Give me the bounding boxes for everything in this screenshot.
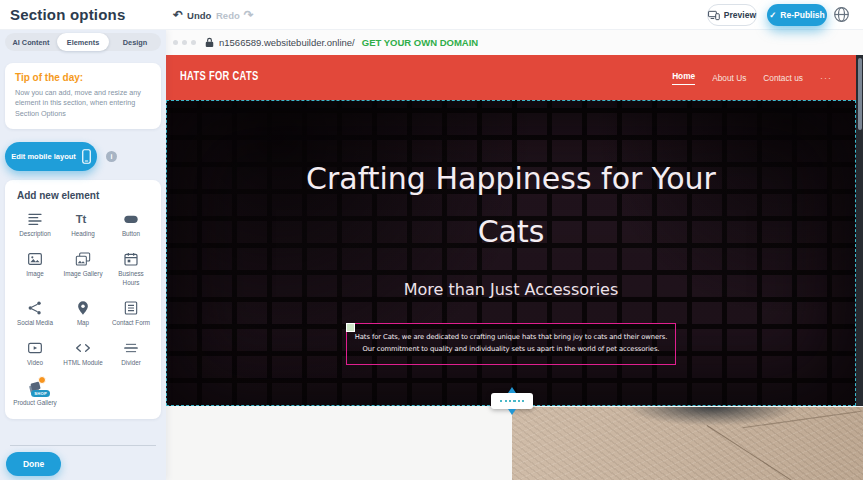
element-contact-form[interactable]: Contact Form <box>107 300 155 327</box>
add-element-title: Add new element <box>17 190 155 201</box>
sidebar-divider <box>10 445 156 446</box>
tip-title: Tip of the day: <box>15 72 151 83</box>
site-url: n1566589.websitebuilder.online/ <box>219 37 355 48</box>
element-map[interactable]: Map <box>59 300 107 327</box>
new-feature-badge <box>38 376 46 384</box>
nav-item-about-us[interactable]: About Us <box>712 73 746 83</box>
redo-button[interactable]: Redo ↷ <box>216 0 254 30</box>
nav-item-contact-us[interactable]: Contact us <box>763 73 803 83</box>
get-domain-link[interactable]: GET YOUR OWN DOMAIN <box>362 37 478 48</box>
element-html-module[interactable]: HTML Module <box>59 340 107 367</box>
button-icon <box>123 211 139 227</box>
undo-button[interactable]: ↶ Undo <box>173 0 211 30</box>
nav-item-home[interactable]: Home <box>672 71 695 85</box>
tip-of-the-day-card: Tip of the day: Now you can add, move an… <box>5 63 161 129</box>
edit-mobile-layout-button[interactable]: Edit mobile layout <box>5 142 97 171</box>
element-product-gallery[interactable]: SHOP Product Gallery <box>11 380 59 407</box>
browser-address-bar: n1566589.websitebuilder.online/ GET YOUR… <box>166 30 863 55</box>
republish-button[interactable]: ✓ Re-Publish <box>767 4 827 26</box>
page-title: Section options <box>10 0 126 30</box>
element-heading[interactable]: Tt Heading <box>59 211 107 238</box>
republish-label: Re-Publish <box>780 10 824 20</box>
info-icon[interactable]: i <box>106 151 117 162</box>
add-element-card: Add new element Description Tt Heading B… <box>5 180 161 419</box>
resize-down-arrow-icon <box>508 409 516 415</box>
video-icon <box>27 340 43 356</box>
tab-ai-content[interactable]: AI Content <box>5 33 57 51</box>
redo-icon: ↷ <box>244 9 254 21</box>
heading-icon: Tt <box>75 211 91 227</box>
element-description[interactable]: Description <box>11 211 59 238</box>
site-logo[interactable]: HATS FOR CATS <box>180 69 259 83</box>
next-section-photo <box>512 407 863 480</box>
undo-icon: ↶ <box>173 9 183 21</box>
app-window: Section options ↶ Undo Redo ↷ Preview ✓ … <box>0 0 863 480</box>
image-icon <box>27 251 43 267</box>
html-module-icon <box>75 340 91 356</box>
description-icon <box>27 211 43 227</box>
lock-icon <box>205 37 214 48</box>
tab-elements[interactable]: Elements <box>57 33 109 51</box>
panel-tabs: AI Content Elements Design <box>5 33 161 51</box>
social-media-icon <box>27 300 43 316</box>
tab-design[interactable]: Design <box>109 33 161 51</box>
check-icon: ✓ <box>769 10 776 20</box>
nav-more-icon[interactable]: ··· <box>820 73 832 83</box>
globe-icon <box>833 6 850 23</box>
site-preview-canvas: HATS FOR CATS Home About Us Contact us ·… <box>166 55 863 480</box>
tip-body: Now you can add, move and resize any ele… <box>15 88 151 119</box>
site-nav: Home About Us Contact us ··· <box>672 55 832 100</box>
edit-mobile-label: Edit mobile layout <box>11 152 76 161</box>
next-section-background <box>166 406 512 480</box>
resize-grip-icon <box>500 400 524 402</box>
preview-label: Preview <box>724 10 756 20</box>
element-divider[interactable]: Divider <box>107 340 155 367</box>
language-globe-button[interactable] <box>833 6 850 23</box>
hero-paragraph-selected[interactable]: Hats for Cats, we are dedicated to craft… <box>346 323 676 365</box>
shop-badge: SHOP <box>31 390 50 397</box>
phone-icon <box>82 149 91 164</box>
window-dots-icon <box>173 40 196 45</box>
element-grid: Description Tt Heading Button Image Imag… <box>11 211 155 407</box>
element-image-gallery[interactable]: Image Gallery <box>59 251 107 286</box>
divider-icon <box>123 340 139 356</box>
hero-subtitle[interactable]: More than Just Accessories <box>167 280 855 299</box>
hero-title[interactable]: Crafting Happiness for Your Cats <box>301 101 721 258</box>
site-header: HATS FOR CATS Home About Us Contact us ·… <box>166 55 856 100</box>
preview-button[interactable]: Preview <box>707 4 757 26</box>
section-resize-handle[interactable] <box>491 393 533 409</box>
preview-scrollbar[interactable] <box>856 55 863 406</box>
top-toolbar: Section options ↶ Undo Redo ↷ Preview ✓ … <box>0 0 863 30</box>
business-hours-icon <box>123 251 139 267</box>
element-image[interactable]: Image <box>11 251 59 286</box>
redo-label: Redo <box>216 10 240 21</box>
scrollbar-thumb[interactable] <box>858 58 862 130</box>
element-social-media[interactable]: Social Media <box>11 300 59 327</box>
element-video[interactable]: Video <box>11 340 59 367</box>
element-button[interactable]: Button <box>107 211 155 238</box>
done-button[interactable]: Done <box>6 452 61 476</box>
svg-text:Tt: Tt <box>76 213 87 225</box>
selection-drag-handle[interactable] <box>346 323 355 332</box>
undo-label: Undo <box>187 10 211 21</box>
element-business-hours[interactable]: Business Hours <box>107 251 155 286</box>
map-icon <box>75 300 91 316</box>
hero-section-selected[interactable]: Crafting Happiness for Your Cats More th… <box>166 100 856 406</box>
section-options-panel: AI Content Elements Design Tip of the da… <box>0 30 166 480</box>
image-gallery-icon <box>75 251 91 267</box>
devices-icon <box>708 10 720 21</box>
resize-up-arrow-icon <box>508 387 516 393</box>
contact-form-icon <box>123 300 139 316</box>
